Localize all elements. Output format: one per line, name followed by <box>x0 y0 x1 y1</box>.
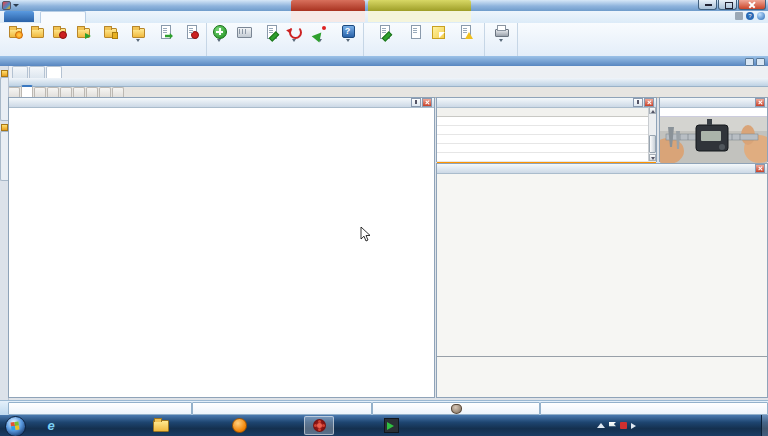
taskbar-windows-explorer[interactable] <box>146 416 176 435</box>
media-player-icon <box>232 418 247 433</box>
pin-icon[interactable] <box>633 98 643 107</box>
open-folder-icon <box>29 25 45 38</box>
tab-data-sheet[interactable] <box>29 66 45 78</box>
document-close-icon[interactable] <box>756 58 765 66</box>
close-icon[interactable] <box>644 98 654 107</box>
mouse-cursor <box>360 227 372 243</box>
mark-data-bad-button[interactable] <box>305 24 335 51</box>
close-button-run[interactable] <box>48 24 70 51</box>
options-icon[interactable] <box>735 12 743 20</box>
capability-stats <box>437 356 767 397</box>
taskbar-app[interactable] <box>376 416 406 435</box>
tab-classic-view[interactable] <box>46 66 62 78</box>
serial-number-button[interactable] <box>402 24 428 51</box>
ribbon <box>0 23 768 57</box>
minimize-button[interactable] <box>698 0 717 10</box>
close-button[interactable] <box>738 0 766 10</box>
close-icon[interactable] <box>755 98 765 107</box>
poll-button[interactable] <box>209 24 229 51</box>
contextual-header-classic-view <box>368 0 471 11</box>
status-ready <box>8 402 192 415</box>
traceability-icon <box>376 25 392 38</box>
scrollbar-thumb[interactable] <box>649 135 656 153</box>
mark-data-bad-icon <box>312 25 328 38</box>
suspend-button[interactable] <box>96 24 124 51</box>
ribbon-group-tag <box>364 23 485 56</box>
app-window-icon <box>384 418 399 433</box>
reports-button[interactable] <box>487 24 515 51</box>
tab-length[interactable] <box>34 87 46 97</box>
ribbon-tab-view[interactable] <box>90 11 130 22</box>
histogram-panel <box>436 163 768 398</box>
tab-chips-in-thru-hole[interactable] <box>73 87 85 97</box>
document-restore-icon[interactable] <box>745 58 754 66</box>
table-header-row <box>437 108 656 117</box>
table-row[interactable] <box>437 126 656 135</box>
tab-hit-marks[interactable] <box>99 87 111 97</box>
resume-button[interactable] <box>70 24 96 51</box>
show-hidden-icons[interactable] <box>597 423 605 428</box>
maximize-button[interactable] <box>718 0 737 10</box>
scroll-up-icon[interactable] <box>649 107 656 114</box>
tab-group-coupling[interactable] <box>112 87 124 97</box>
tab-thread-slivers[interactable] <box>86 87 98 97</box>
table-scrollbar[interactable] <box>648 107 656 161</box>
modify-button[interactable] <box>259 24 283 51</box>
show-desktop-button[interactable] <box>761 415 768 436</box>
open-runs-icon <box>1 124 8 131</box>
table-row[interactable] <box>437 144 656 153</box>
scroll-down-icon[interactable] <box>649 154 656 161</box>
internet-explorer-icon: e <box>47 419 54 432</box>
ribbon-tab-tools[interactable] <box>136 11 176 22</box>
xmr-panel-header <box>9 98 434 108</box>
ribbon-tab-file[interactable] <box>4 11 34 22</box>
note-icon <box>430 25 446 38</box>
tray-status-icon[interactable] <box>620 422 627 429</box>
poll-icon <box>211 25 227 38</box>
missing-data-button[interactable] <box>335 24 361 51</box>
delete-active-button[interactable] <box>178 24 204 51</box>
tab-outside-diameter[interactable] <box>21 85 33 97</box>
retake-button[interactable] <box>283 24 305 51</box>
traceability-button[interactable] <box>366 24 402 51</box>
table-row[interactable] <box>437 117 656 126</box>
taskbar-measurlink-active[interactable] <box>304 416 334 435</box>
start-button[interactable] <box>5 416 26 436</box>
ribbon-tab-classic-view[interactable] <box>368 11 471 22</box>
action-center-flag-icon[interactable] <box>609 422 616 429</box>
keyboard-button[interactable] <box>229 24 259 51</box>
delete-active-icon <box>183 25 199 38</box>
volume-icon[interactable] <box>631 423 639 429</box>
table-row[interactable] <box>437 135 656 144</box>
image-panel-header <box>660 98 767 108</box>
table-row[interactable] <box>437 153 656 162</box>
xmr-chart-panel <box>8 97 435 398</box>
tab-plating-condition[interactable] <box>60 87 72 97</box>
resume-icon <box>75 25 91 38</box>
sidebar-tab-run-view[interactable] <box>0 77 8 121</box>
contextual-header-console <box>291 0 365 11</box>
run-view-icon <box>1 70 8 77</box>
close-icon[interactable] <box>755 164 765 173</box>
tab-2d-view[interactable] <box>12 66 28 78</box>
switch-active-button[interactable] <box>152 24 178 51</box>
sidebar-tab-open-runs[interactable] <box>0 131 8 181</box>
mr-chart <box>9 258 434 404</box>
tab-thread-condition[interactable] <box>47 87 59 97</box>
open-button[interactable] <box>26 24 48 51</box>
assignable-cause-button[interactable] <box>448 24 482 51</box>
note-button[interactable] <box>428 24 448 51</box>
system-tray <box>597 415 643 436</box>
taskbar-internet-explorer[interactable]: e <box>36 416 66 435</box>
status-bar <box>0 400 768 416</box>
obs-panel <box>436 97 657 162</box>
folder-icon <box>153 420 169 432</box>
tab-inside-diameter[interactable] <box>8 87 20 97</box>
ribbon-tab-modules[interactable] <box>291 11 365 22</box>
new-button[interactable] <box>4 24 26 51</box>
taskbar-media-player[interactable] <box>224 416 254 435</box>
close-icon[interactable] <box>422 98 432 107</box>
help-icon[interactable] <box>746 12 754 20</box>
organize-button[interactable] <box>124 24 152 51</box>
pin-icon[interactable] <box>411 98 421 107</box>
